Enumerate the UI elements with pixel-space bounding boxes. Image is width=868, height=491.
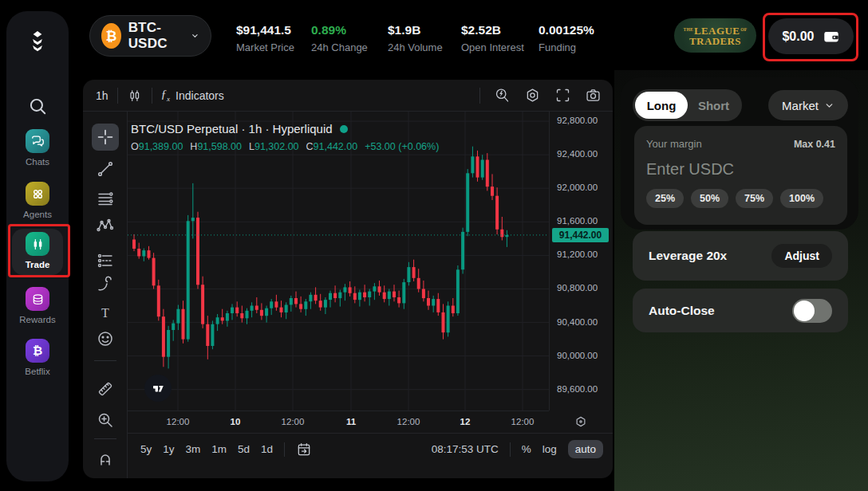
sidebar-item-chats[interactable]: Chats [6, 129, 69, 167]
adjust-leverage-button[interactable]: Adjust [771, 244, 832, 268]
side-tabs: Long Short [633, 89, 742, 121]
sidebar-item-betflix[interactable]: ₿ Betflix [6, 339, 69, 376]
market-pair-selector[interactable]: ₿ BTC-USDC [89, 15, 211, 57]
svg-text:T: T [101, 306, 109, 320]
auto-scale-button[interactable]: auto [568, 440, 603, 458]
brush-tool-icon[interactable] [96, 275, 115, 294]
time-tick: 12:00 [282, 417, 305, 426]
position-tool-icon[interactable] [96, 251, 115, 270]
auto-close-label: Auto-Close [649, 304, 715, 318]
percent-chip-50[interactable]: 50% [691, 189, 728, 208]
quick-search-icon[interactable] [494, 87, 511, 104]
stat-24h-volume: $1.9B24h Volume [388, 23, 443, 53]
chart-toolbar: 1h ƒx Indicators [83, 80, 613, 112]
fib-lines-tool-icon[interactable] [96, 189, 115, 208]
candlestick-style-icon[interactable] [127, 88, 143, 104]
stat-funding: 0.00125%Funding [539, 23, 594, 53]
ohlc-low: 91,302.00 [254, 141, 299, 152]
time-axis[interactable]: 12:001012:001112:001212:00 [128, 410, 549, 433]
search-icon[interactable] [27, 96, 48, 116]
sidebar-item-label: Betflix [6, 367, 69, 376]
timezone-clock[interactable]: 08:17:53 UTC [432, 443, 499, 455]
bitcoin-glyph: ₿ [33, 344, 42, 358]
sidebar-item-label: Chats [6, 157, 69, 167]
candlestick-chart[interactable] [128, 112, 549, 410]
zoom-in-tool-icon[interactable] [96, 410, 115, 430]
margin-amount-input[interactable] [646, 160, 835, 179]
ohlc-change: +53.00 (+0.06%) [365, 141, 439, 152]
interval-button[interactable]: 1h [96, 89, 108, 102]
text-tool-icon[interactable]: T [96, 303, 115, 322]
wallet-balance: $0.00 [782, 29, 814, 44]
league-of-traders-badge[interactable]: THE LEAGUE OF TRADERS [674, 18, 756, 53]
range-5y[interactable]: 5y [140, 443, 152, 455]
range-5d[interactable]: 5d [238, 443, 250, 455]
stat-open-interest: $2.52BOpen Interest [461, 23, 524, 53]
percent-chip-25[interactable]: 25% [646, 189, 684, 208]
margin-max: Max 0.41 [794, 139, 835, 150]
badge-of: OF [740, 28, 747, 33]
sidebar-item-trade[interactable]: Trade [6, 232, 69, 269]
chats-icon [26, 129, 49, 153]
badge-traders: TRADERS [689, 36, 741, 46]
chart-settings-gear-icon[interactable] [524, 87, 541, 104]
auto-close-toggle[interactable] [792, 299, 832, 323]
percent-chip-75[interactable]: 75% [736, 189, 773, 208]
sidebar-item-rewards[interactable]: Rewards [6, 287, 69, 324]
ohlc-high: 91,598.00 [197, 141, 242, 152]
go-to-date-calendar-icon[interactable] [296, 442, 312, 458]
badge-league: LEAGUE [694, 26, 740, 36]
axis-settings-gear-icon[interactable] [574, 414, 588, 429]
fullscreen-icon[interactable] [554, 87, 571, 104]
price-tick: 91,600.00 [557, 216, 598, 226]
tab-long[interactable]: Long [635, 92, 688, 119]
wallet-icon [823, 28, 840, 45]
badge-the: THE [683, 28, 693, 33]
wallet-balance-button[interactable]: $0.00 [768, 18, 854, 54]
time-tick: 12:00 [511, 417, 535, 426]
range-1m[interactable]: 1m [211, 443, 227, 455]
bitcoin-icon: ₿ [101, 23, 121, 49]
price-axis[interactable]: 91,442.00 92,800.0092,400.0092,000.0091,… [549, 112, 613, 410]
chevron-down-icon [824, 100, 834, 111]
time-tick: 11 [346, 417, 356, 426]
ohlc-open: 91,389.00 [139, 141, 183, 152]
trend-line-tool-icon[interactable] [96, 159, 115, 179]
rewards-coins-icon [26, 287, 49, 311]
time-tick: 10 [231, 417, 241, 426]
xabcd-pattern-tool-icon[interactable] [96, 217, 115, 236]
chart-legend: BTC/USD Perpetual · 1h · Hyperliquid O91… [131, 122, 439, 152]
camera-snapshot-icon[interactable] [585, 87, 602, 104]
tab-short[interactable]: Short [688, 99, 740, 112]
chart-symbol-title: BTC/USD Perpetual · 1h · Hyperliquid [131, 122, 333, 136]
price-tick: 90,400.00 [557, 317, 598, 327]
price-tick: 92,800.00 [557, 116, 598, 125]
price-tick: 89,600.00 [557, 384, 598, 394]
tradingview-logo[interactable] [144, 375, 172, 402]
indicators-button[interactable]: Indicators [176, 89, 224, 102]
chart-bottom-toolbar: 5y 1y 3m 1m 5d 1d 08:17:53 UTC % log aut… [128, 433, 613, 465]
betflix-icon: ₿ [26, 339, 49, 363]
sidebar-item-agents[interactable]: Agents [6, 182, 69, 219]
price-tick: 90,800.00 [557, 283, 598, 293]
stat-24h-change: 0.89%24h Change [311, 23, 368, 53]
log-scale-button[interactable]: log [542, 443, 557, 455]
range-3m[interactable]: 3m [186, 443, 201, 455]
pair-label: BTC-USDC [128, 20, 184, 52]
sidebar-item-label: Trade [6, 260, 69, 269]
ruler-measure-tool-icon[interactable] [96, 379, 115, 399]
fx-icon[interactable]: ƒx [161, 88, 171, 103]
magnet-tool-icon[interactable] [96, 449, 115, 468]
margin-card: Your margin Max 0.41 25% 50% 75% 100% [634, 126, 847, 225]
percent-chip-100[interactable]: 100% [780, 189, 823, 208]
range-1y[interactable]: 1y [163, 443, 174, 455]
price-tick: 90,000.00 [557, 351, 598, 360]
order-type-dropdown[interactable]: Market [768, 90, 848, 120]
toggle-knob [794, 300, 815, 321]
leverage-card: Leverage 20x Adjust [633, 231, 848, 281]
percent-scale-button[interactable]: % [522, 443, 531, 455]
emoji-tool-icon[interactable] [96, 329, 115, 348]
current-price-label: 91,442.00 [552, 228, 609, 242]
range-1d[interactable]: 1d [261, 443, 273, 455]
crosshair-tool-icon[interactable] [96, 128, 115, 147]
